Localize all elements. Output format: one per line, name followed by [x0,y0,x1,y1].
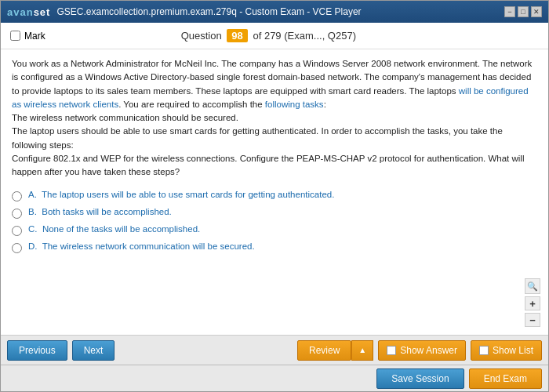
answer-text-d[interactable]: D. The wireless network communication wi… [28,241,255,251]
window-title: GSEC.examcollection.premium.exam.279q - … [56,6,361,17]
zoom-controls: 🔍 + − [525,278,540,327]
answer-text-c[interactable]: C. None of the tasks will be accomplishe… [28,224,200,234]
main-window: avanset GSEC.examcollection.premium.exam… [0,0,549,392]
next-button[interactable]: Next [72,340,115,361]
show-answer-button[interactable]: Show Answer [378,340,466,361]
show-list-checkbox-icon [479,346,489,355]
title-bar-left: avanset GSEC.examcollection.premium.exam… [7,6,362,18]
toolbar-1: Previous Next Review ▲ Show Answer Show … [1,335,548,365]
review-button[interactable]: Review [297,340,351,361]
question-header: Mark Question 98 of 279 (Exam..., Q257) [1,23,548,49]
exam-info: (Exam..., Q257) [284,30,356,42]
show-list-label: Show List [493,345,533,356]
total-questions: of 279 [253,30,281,42]
window-controls: − □ ✕ [504,6,542,17]
app-logo: avanset [7,6,50,18]
content-area: You work as a Network Administrator for … [1,49,548,335]
answer-option-d: D. The wireless network communication wi… [12,241,537,253]
minimize-button[interactable]: − [504,6,515,17]
answer-radio-d[interactable] [12,243,22,253]
mark-section: Mark [10,31,45,42]
mark-label: Mark [24,31,45,42]
answer-radio-b[interactable] [12,209,22,219]
maximize-button[interactable]: □ [518,6,529,17]
answer-option-b: B. Both tasks will be accomplished. [12,207,537,219]
show-answer-checkbox-icon [387,346,396,355]
end-exam-button[interactable]: End Exam [469,368,542,389]
zoom-out-button[interactable]: − [525,313,540,327]
answer-radio-c[interactable] [12,226,22,236]
mark-checkbox[interactable] [10,31,20,41]
title-bar: avanset GSEC.examcollection.premium.exam… [1,1,548,23]
question-label: Question [181,30,222,42]
question-number: 98 [227,29,247,42]
toolbar-2: Save Session End Exam [1,365,548,391]
answer-radio-a[interactable] [12,191,22,201]
close-button[interactable]: ✕ [531,6,542,17]
question-info: Question 98 of 279 (Exam..., Q257) [181,30,356,42]
question-text: You work as a Network Administrator for … [12,57,537,179]
review-arrow-button[interactable]: ▲ [351,340,373,361]
zoom-in-button[interactable]: + [525,296,540,310]
show-answer-label: Show Answer [400,345,457,356]
answer-text-b[interactable]: B. Both tasks will be accomplished. [28,207,172,216]
answer-option-a: A. The laptop users will be able to use … [12,190,537,201]
search-icon[interactable]: 🔍 [525,278,540,294]
save-session-button[interactable]: Save Session [376,368,464,389]
answers-list: A. The laptop users will be able to use … [12,190,537,253]
show-list-button[interactable]: Show List [471,340,542,361]
answer-text-a[interactable]: A. The laptop users will be able to use … [28,190,334,199]
review-group: Review ▲ [297,340,373,361]
previous-button[interactable]: Previous [7,340,67,361]
answer-option-c: C. None of the tasks will be accomplishe… [12,224,537,236]
